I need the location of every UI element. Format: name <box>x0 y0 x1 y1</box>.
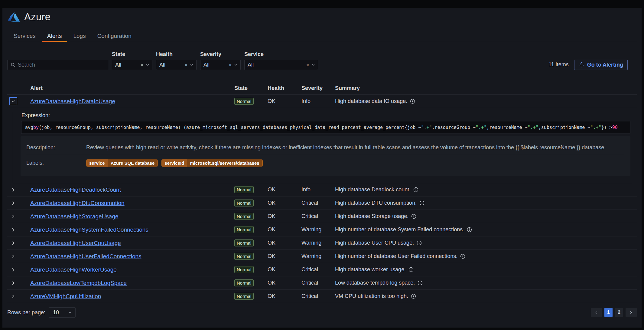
info-icon[interactable] <box>411 214 416 219</box>
page-button-1[interactable]: 1 <box>604 308 613 317</box>
search-box[interactable] <box>7 60 108 70</box>
state-badge: Normal <box>234 98 254 105</box>
bell-icon <box>579 62 584 68</box>
health-cell: OK <box>268 253 301 259</box>
info-icon[interactable] <box>408 267 414 272</box>
tab-services[interactable]: Services <box>8 30 41 42</box>
expand-row-button[interactable] <box>9 252 17 260</box>
alert-link[interactable]: AzureDatabaseLowTempdbLogSpace <box>30 280 127 286</box>
expression-token: ".+" <box>590 125 601 130</box>
info-icon[interactable] <box>418 280 423 285</box>
next-page-button[interactable] <box>626 308 637 317</box>
expand-row-button[interactable] <box>9 199 17 207</box>
service-filter-select[interactable]: All× <box>244 60 318 70</box>
expression-token: ,resourceName=~ <box>486 125 527 130</box>
expander-cell <box>7 279 30 287</box>
expression-token: ".+" <box>476 125 486 130</box>
alert-link[interactable]: AzureDatabaseHighWorkerUsage <box>30 266 117 273</box>
severity-cell: Critical <box>301 293 335 299</box>
info-icon[interactable] <box>460 254 465 259</box>
tab-alerts[interactable]: Alerts <box>41 30 68 42</box>
alert-link[interactable]: AzureVMHighCpuUtilization <box>30 293 101 299</box>
alert-link[interactable]: AzureDatabaseHighDataIoUsage <box>30 98 115 104</box>
tab-logs[interactable]: Logs <box>67 30 91 42</box>
clear-icon[interactable]: × <box>306 62 309 68</box>
expand-row-button[interactable] <box>9 292 17 300</box>
info-icon[interactable] <box>419 200 424 206</box>
chevron-down-icon[interactable] <box>311 63 315 67</box>
info-icon[interactable] <box>467 227 472 232</box>
go-to-alerting-button[interactable]: Go to Alerting <box>574 60 628 70</box>
expander-cell <box>7 226 30 234</box>
health-filter-select[interactable]: All× <box>156 60 197 70</box>
chevron-down-icon[interactable] <box>190 63 194 67</box>
label-key: service <box>86 159 108 167</box>
alert-link[interactable]: AzureDatabaseHighSystemFailedConnections <box>30 226 148 233</box>
info-icon[interactable] <box>410 99 415 104</box>
summary-text: High database User CPU usage. <box>335 240 414 246</box>
alert-cell: AzureDatabaseLowTempdbLogSpace <box>30 280 234 286</box>
info-icon[interactable] <box>413 187 418 192</box>
collapse-row-button[interactable] <box>9 97 17 105</box>
severity-cell: Warning <box>301 226 335 233</box>
alert-link[interactable]: AzureDatabaseHighUserCpuUsage <box>30 240 121 246</box>
alert-link[interactable]: AzureDatabaseHighDeadlockCount <box>30 186 121 193</box>
expand-row-button[interactable] <box>9 279 17 287</box>
label-chip[interactable]: serviceIdmicrosoft.sql/servers/databases <box>161 159 262 167</box>
severity-cell: Critical <box>301 200 335 206</box>
alert-detail-section: Expression:avg by (job, resourceGroup, s… <box>13 112 632 183</box>
health-cell: OK <box>268 266 301 273</box>
alert-cell: AzureDatabaseHighDeadlockCount <box>30 186 234 193</box>
label-chip[interactable]: serviceAzure SQL database <box>86 159 158 167</box>
summary-text: High database worker usage. <box>335 266 406 273</box>
state-filter-select[interactable]: All× <box>112 60 152 70</box>
alert-cell: AzureDatabaseHighDataIoUsage <box>30 98 234 105</box>
expand-row-button[interactable] <box>9 212 17 220</box>
info-icon[interactable] <box>411 294 416 299</box>
label-chips: serviceAzure SQL databaseserviceIdmicros… <box>86 159 624 167</box>
state-badge: Normal <box>234 293 254 300</box>
state-cell: Normal <box>234 226 268 233</box>
column-header-severity: Severity <box>301 85 335 91</box>
pagination: 12 <box>591 308 637 317</box>
state-badge: Normal <box>234 213 254 220</box>
rows-per-page-select[interactable]: 10 <box>49 307 76 318</box>
table-header-row: AlertStateHealthSeveritySummary <box>7 82 637 95</box>
page-button-2[interactable]: 2 <box>615 308 623 317</box>
chevron-down-icon[interactable] <box>234 63 238 67</box>
severity-cell: Critical <box>301 213 335 219</box>
clear-icon[interactable]: × <box>229 62 232 68</box>
table-footer: Rows per page: 10 12 <box>7 307 637 318</box>
info-icon[interactable] <box>417 240 422 246</box>
search-input[interactable] <box>18 62 105 68</box>
alert-link[interactable]: AzureDatabaseHighUserFailedConnections <box>30 253 141 259</box>
previous-page-button[interactable] <box>591 308 602 317</box>
go-to-alerting-label: Go to Alerting <box>587 62 623 68</box>
expand-row-button[interactable] <box>9 266 17 274</box>
alert-cell: AzureDatabaseHighStorageUsage <box>30 213 234 220</box>
expander-cell <box>7 186 30 194</box>
expand-row-button[interactable] <box>9 239 17 247</box>
expression-token: ,resourceGroup=~ <box>432 125 476 130</box>
expression-label: Expression: <box>21 112 632 119</box>
expression-token: }) > <box>601 125 612 130</box>
alert-link[interactable]: AzureDatabaseHighDtuConsumption <box>30 200 125 206</box>
severity-filter-select[interactable]: All× <box>200 60 241 70</box>
column-header-health: Health <box>268 85 301 91</box>
filter-label: Health <box>156 51 197 58</box>
chevron-down-icon[interactable] <box>145 63 150 67</box>
alert-link[interactable]: AzureDatabaseHighStorageUsage <box>30 213 119 219</box>
tab-configuration[interactable]: Configuration <box>92 30 137 42</box>
brand: Azure <box>8 10 637 24</box>
expand-row-button[interactable] <box>9 226 17 234</box>
severity-cell: Warning <box>301 253 335 259</box>
clear-icon[interactable]: × <box>140 62 144 68</box>
clear-icon[interactable]: × <box>184 62 188 68</box>
summary-cell: High database DTU consumption. <box>335 200 637 206</box>
summary-text: VM CPU utilization is too high. <box>335 293 408 299</box>
table-row: AzureDatabaseHighDtuConsumptionNormalOKC… <box>7 196 637 210</box>
expander-cell <box>7 212 30 220</box>
expand-row-button[interactable] <box>9 186 17 194</box>
table-row: AzureDatabaseHighSystemFailedConnections… <box>7 223 637 236</box>
expression-token: by <box>33 125 39 130</box>
